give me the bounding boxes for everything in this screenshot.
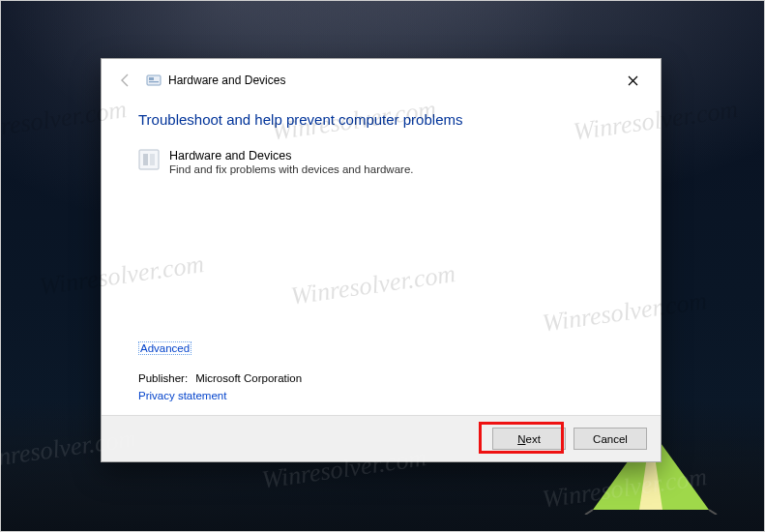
dialog-content: Troubleshoot and help prevent computer p… xyxy=(102,102,661,415)
page-heading: Troubleshoot and help prevent computer p… xyxy=(138,111,624,128)
troubleshooter-icon xyxy=(146,73,162,88)
privacy-link[interactable]: Privacy statement xyxy=(138,390,226,401)
publisher-line: Publisher:Microsoft Corporation xyxy=(138,372,302,384)
dialog-title: Hardware and Devices xyxy=(168,74,285,87)
svg-rect-1 xyxy=(149,77,154,80)
close-button[interactable] xyxy=(611,66,655,95)
dialog-footer: Next Cancel xyxy=(102,415,661,461)
svg-rect-5 xyxy=(150,154,155,165)
titlebar: Hardware and Devices xyxy=(102,59,661,102)
troubleshooter-dialog: Hardware and Devices Troubleshoot and he… xyxy=(101,58,662,462)
item-description: Find and fix problems with devices and h… xyxy=(169,163,414,175)
back-button xyxy=(115,70,136,91)
item-title: Hardware and Devices xyxy=(169,149,414,163)
svg-rect-3 xyxy=(139,150,159,169)
hardware-icon xyxy=(138,149,160,170)
publisher-label: Publisher: xyxy=(138,372,188,384)
svg-rect-2 xyxy=(149,81,159,82)
svg-rect-4 xyxy=(143,154,148,165)
troubleshooter-item: Hardware and Devices Find and fix proble… xyxy=(138,149,624,175)
next-button[interactable]: Next xyxy=(492,428,566,450)
cancel-button[interactable]: Cancel xyxy=(574,428,647,450)
desktop-background: Hardware and Devices Troubleshoot and he… xyxy=(0,0,765,532)
publisher-value: Microsoft Corporation xyxy=(195,372,302,384)
advanced-link[interactable]: Advanced xyxy=(138,341,191,355)
